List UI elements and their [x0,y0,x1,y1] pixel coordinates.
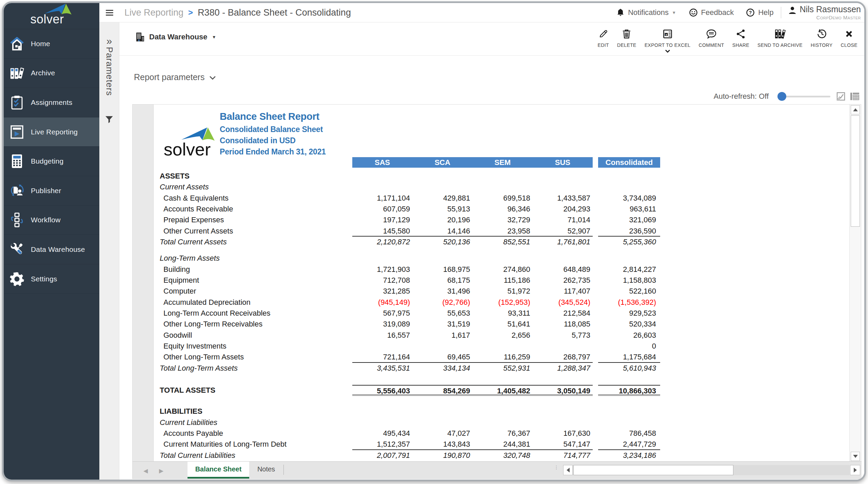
row-value: 5,773 [533,330,593,341]
row-value: 721,164 [352,352,412,362]
report-row: Equipment712,70868,175115,186262,7351,15… [154,275,850,286]
column-headers-group: SASSCASEMSUS [352,157,593,168]
row-value: 197,129 [352,215,412,225]
sidebar-item-live-reporting[interactable]: Live Reporting [4,117,99,147]
grid-view-icon[interactable] [850,92,860,101]
row-consolidated-value: 3,734,089 [598,193,660,204]
row-values-group: 197,12920,19632,72971,014 [352,215,593,225]
user-menu[interactable]: Nils Rasmussen CorpDemo Master [788,5,861,20]
auto-refresh-control: Auto-refresh: Off [714,90,860,103]
row-value: 1,721,903 [352,264,412,275]
data-source-label: Data Warehouse [149,33,208,41]
edit-button[interactable]: EDIT [594,28,613,48]
column-header-sus: SUS [533,157,593,168]
sheet-tab-balance-sheet[interactable]: Balance Sheet [188,462,249,479]
sidebar-item-settings[interactable]: Settings [4,264,99,294]
toolbar-action-label: CLOSE [841,42,857,48]
tab-scroll-right-icon[interactable]: ▶ [159,467,163,474]
history-button[interactable]: HISTORY [807,28,837,48]
row-value: (945,149) [352,297,412,308]
sidebar-item-workflow[interactable]: Workflow [4,206,99,235]
sidebar-item-label: Workflow [31,216,61,224]
sidebar-item-label: Budgeting [31,157,63,165]
auto-refresh-slider-knob[interactable] [777,92,786,101]
delete-button[interactable]: DELETE [613,28,640,48]
row-value: 55,653 [412,308,472,319]
row-consolidated-value: 10,866,303 [598,385,660,396]
comment-button[interactable]: COMMENT [695,28,728,48]
help-button[interactable]: ? Help [746,8,773,17]
tab-strip-resize-handle[interactable]: ⋮ [554,466,557,469]
menu-bar [106,12,113,13]
row-consolidated-value: 2,814,227 [598,264,660,275]
row-value: (152,953) [473,297,533,308]
auto-refresh-slider[interactable] [777,92,830,101]
report-parameters-toggle[interactable]: Report parameters [134,72,216,82]
report-row: Other Current Assets145,58014,14623,9585… [154,226,850,237]
vertical-scroll-thumb[interactable] [851,115,860,227]
report-row: Accounts Receivable607,05955,91396,34620… [154,204,850,215]
tab-scroll-left-icon[interactable]: ◀ [143,467,148,474]
help-label: Help [758,8,773,17]
send-to-archive-button[interactable]: SEND TO ARCHIVE [753,28,807,48]
left-arrow-icon [567,468,570,472]
select-parameters-icon[interactable] [836,92,845,101]
report-row: Current Maturities of Long-Term Debt1,51… [154,439,850,450]
row-value [533,417,593,428]
column-gap [593,237,598,247]
sidebar-item-data-warehouse[interactable]: Data Warehouse [4,235,99,264]
vertical-scrollbar[interactable] [849,105,861,462]
feedback-button[interactable]: Feedback [689,8,734,17]
row-consolidated-value: 786,458 [598,428,660,439]
hscroll-left-button[interactable] [563,465,573,475]
report-subtitle-1: Consolidated Balance Sheet [220,125,323,134]
sidebar-item-assignments[interactable]: Assignments [4,88,99,117]
row-value: 51,641 [473,319,533,330]
sidebar-item-archive[interactable]: Archive [4,59,99,88]
menu-icon[interactable] [106,8,113,17]
column-gap [593,264,598,275]
feedback-label: Feedback [701,8,734,17]
export-excel-icon: x [663,28,673,40]
expand-parameters-button[interactable]: » [99,36,119,46]
row-consolidated-value [598,171,660,182]
column-gap [593,439,598,450]
close-button[interactable]: CLOSE [837,28,862,48]
row-value [352,341,412,352]
solver-logo[interactable]: solver [4,3,99,29]
data-source-selector[interactable]: Data Warehouse ▾ [135,32,215,42]
bell-icon [616,8,625,17]
sidebar-item-budgeting[interactable]: Budgeting [4,147,99,176]
row-value: 76,367 [473,428,533,439]
comment-icon [706,28,717,40]
sidebar-item-label: Data Warehouse [31,245,85,254]
parameters-rail-label[interactable]: Parameters [104,47,115,96]
column-gap [593,226,598,237]
filter-icon[interactable] [105,115,114,124]
row-value: 547,147 [533,439,593,449]
column-gap [593,275,598,286]
row-values-group: 145,58014,14623,95852,907 [352,226,593,237]
scroll-down-button[interactable] [851,452,860,461]
breadcrumb-section[interactable]: Live Reporting [124,7,183,18]
row-value [412,341,472,352]
main-area: Data Warehouse ▾ EDIT DELETE x EXPORT TO… [119,22,864,480]
menu-bar [106,10,113,11]
report-row: Long-Term Assets [154,253,850,264]
sidebar-item-home[interactable]: Home [4,29,99,59]
toolbar-action-label: HISTORY [811,42,833,48]
app-window: solver Home Archive Assignments Li [2,1,866,481]
hscroll-right-button[interactable] [850,465,860,475]
horizontal-scroll-thumb[interactable] [573,465,733,475]
export-to-excel-button[interactable]: x EXPORT TO EXCEL [640,28,695,54]
sheet-tab-notes[interactable]: Notes [249,462,283,477]
sidebar-item-publisher[interactable]: Publisher [4,176,99,206]
top-bar: Live Reporting > R380 - Balance Sheet - … [99,3,864,22]
row-consolidated-value: 5,610,943 [598,363,660,374]
share-button[interactable]: SHARE [728,28,753,48]
notifications-button[interactable]: Notifications ▾ [616,8,675,17]
sidebar: solver Home Archive Assignments Li [4,3,99,480]
row-values-group [352,171,593,182]
row-value: 648,489 [533,264,593,275]
scroll-up-button[interactable] [851,105,860,114]
